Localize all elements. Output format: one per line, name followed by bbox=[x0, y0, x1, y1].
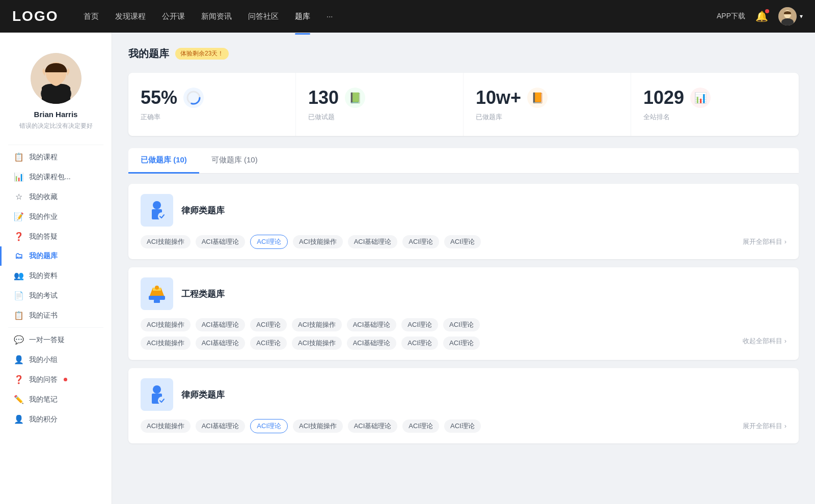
tag-l2-t7[interactable]: ACI理论 bbox=[444, 419, 481, 433]
tag-l1-t4[interactable]: ACI技能操作 bbox=[293, 235, 343, 248]
sidebar-item-group-label: 我的小组 bbox=[29, 355, 58, 365]
exam-icon: 📄 bbox=[14, 291, 24, 300]
sidebar-item-course-package[interactable]: 📊 我的课程包... bbox=[0, 167, 112, 187]
tag-e1-t6[interactable]: ACI理论 bbox=[401, 318, 438, 331]
tag-e1-t2[interactable]: ACI基础理论 bbox=[196, 318, 246, 331]
expand-link-lawyer-2[interactable]: 展开全部科目 › bbox=[743, 422, 786, 431]
tag-l1-t7[interactable]: ACI理论 bbox=[444, 235, 481, 248]
sidebar-item-one-on-one[interactable]: 💬 一对一答疑 bbox=[0, 330, 112, 350]
stat-banks-top: 10w+ 📙 bbox=[476, 87, 618, 108]
tag-e2-t4[interactable]: ACI技能操作 bbox=[292, 337, 342, 350]
tag-l1-t2[interactable]: ACI基础理论 bbox=[196, 235, 246, 248]
stat-ranking-label: 全站排名 bbox=[643, 113, 786, 122]
tag-l2-t5[interactable]: ACI基础理论 bbox=[348, 419, 398, 433]
tag-e2-t3[interactable]: ACI理论 bbox=[250, 337, 287, 350]
tab-available[interactable]: 可做题库 (10) bbox=[199, 148, 270, 174]
sidebar-item-group[interactable]: 👤 我的小组 bbox=[0, 350, 112, 370]
nav-home[interactable]: 首页 bbox=[84, 10, 99, 23]
sidebar-item-homework[interactable]: 📝 我的作业 bbox=[0, 207, 112, 227]
svg-point-17 bbox=[158, 397, 166, 405]
sidebar-item-cert[interactable]: 📋 我的证书 bbox=[0, 305, 112, 325]
tab-done[interactable]: 已做题库 (10) bbox=[128, 148, 199, 174]
sidebar-item-question[interactable]: ❓ 我的答疑 bbox=[0, 227, 112, 246]
profile-icon: 👥 bbox=[14, 271, 24, 281]
sidebar-avatar bbox=[31, 53, 82, 104]
bank-tags-lawyer-2: ACI技能操作 ACI基础理论 ACI理论 ACI技能操作 ACI基础理论 AC… bbox=[141, 419, 786, 433]
tag-l2-t3[interactable]: ACI理论 bbox=[250, 419, 288, 433]
sidebar-item-profile[interactable]: 👥 我的资料 bbox=[0, 266, 112, 286]
tag-l2-t4[interactable]: ACI技能操作 bbox=[293, 419, 343, 433]
sidebar-item-my-qa[interactable]: ❓ 我的问答 bbox=[0, 370, 112, 389]
sidebar-item-course-package-label: 我的课程包... bbox=[29, 173, 71, 182]
nav-more[interactable]: ··· bbox=[327, 10, 333, 23]
tag-l1-t5[interactable]: ACI基础理论 bbox=[348, 235, 398, 248]
tag-e1-t4[interactable]: ACI技能操作 bbox=[292, 318, 342, 331]
stat-questions-top: 130 📗 bbox=[308, 87, 451, 108]
svg-point-8 bbox=[153, 201, 161, 209]
tag-e1-t1[interactable]: ACI技能操作 bbox=[141, 318, 191, 331]
sidebar-profile: Brian Harris 错误的决定比没有决定要好 bbox=[0, 43, 112, 143]
tag-e2-t1[interactable]: ACI技能操作 bbox=[141, 337, 191, 350]
stat-accuracy: 55% 正确率 bbox=[128, 73, 296, 136]
sidebar-divider-1 bbox=[8, 145, 103, 145]
stat-questions: 130 📗 已做试题 bbox=[296, 73, 464, 136]
sidebar-item-my-course-label: 我的课程 bbox=[29, 153, 58, 162]
notification-bell[interactable]: 🔔 bbox=[755, 10, 768, 22]
nav-news[interactable]: 新闻资讯 bbox=[201, 10, 232, 23]
collapse-link-engineer[interactable]: 收起全部科目 › bbox=[743, 337, 786, 350]
sidebar-item-exam[interactable]: 📄 我的考试 bbox=[0, 286, 112, 305]
stat-ranking: 1029 📊 全站排名 bbox=[631, 73, 799, 136]
tag-e1-t5[interactable]: ACI基础理论 bbox=[347, 318, 397, 331]
page-header: 我的题库 体验剩余23天！ bbox=[128, 47, 799, 61]
sidebar-item-my-qa-label: 我的问答 bbox=[29, 375, 58, 384]
sidebar-item-points-label: 我的积分 bbox=[29, 415, 58, 424]
sidebar-item-points[interactable]: 👤 我的积分 bbox=[0, 409, 112, 429]
sidebar: Brian Harris 错误的决定比没有决定要好 📋 我的课程 📊 我的课程包… bbox=[0, 33, 112, 504]
sidebar-item-notes-label: 我的笔记 bbox=[29, 395, 58, 404]
ranking-icon: 📊 bbox=[690, 88, 711, 108]
svg-point-10 bbox=[158, 212, 166, 220]
sidebar-item-question-bank[interactable]: 🗂 我的题库 bbox=[0, 246, 112, 266]
bank-name-lawyer-2: 律师类题库 bbox=[181, 389, 225, 401]
tag-e2-t6[interactable]: ACI理论 bbox=[401, 337, 438, 350]
logo: LOGO bbox=[12, 8, 63, 24]
sidebar-item-favorites[interactable]: ☆ 我的收藏 bbox=[0, 187, 112, 207]
tag-e2-t2[interactable]: ACI基础理论 bbox=[196, 337, 246, 350]
bank-tags-engineer-row2: ACI技能操作 ACI基础理论 ACI理论 ACI技能操作 ACI基础理论 AC… bbox=[141, 337, 786, 350]
bank-tags-lawyer-1: ACI技能操作 ACI基础理论 ACI理论 ACI技能操作 ACI基础理论 AC… bbox=[141, 235, 786, 249]
bank-card-lawyer-2-header: 律师类题库 bbox=[141, 378, 786, 411]
nav-discover[interactable]: 发现课程 bbox=[115, 10, 146, 23]
sidebar-item-my-course[interactable]: 📋 我的课程 bbox=[0, 147, 112, 167]
nav-open-course[interactable]: 公开课 bbox=[162, 10, 185, 23]
bank-card-engineer-header: 工程类题库 bbox=[141, 277, 786, 310]
user-avatar-button[interactable]: ▾ bbox=[778, 7, 803, 25]
sidebar-divider-2 bbox=[8, 327, 103, 328]
sidebar-motto: 错误的决定比没有决定要好 bbox=[8, 122, 103, 130]
avatar bbox=[778, 7, 797, 25]
tag-l1-t6[interactable]: ACI理论 bbox=[402, 235, 439, 248]
tag-e1-t7[interactable]: ACI理论 bbox=[443, 318, 480, 331]
tag-l2-t1[interactable]: ACI技能操作 bbox=[141, 419, 191, 433]
top-nav: LOGO 首页 发现课程 公开课 新闻资讯 问答社区 题库 ··· APP下载 … bbox=[0, 0, 815, 33]
tag-l2-t6[interactable]: ACI理论 bbox=[402, 419, 439, 433]
tag-l2-t2[interactable]: ACI基础理论 bbox=[196, 419, 246, 433]
nav-right: APP下载 🔔 ▾ bbox=[717, 7, 803, 25]
nav-question-bank[interactable]: 题库 bbox=[295, 10, 310, 23]
nav-qa[interactable]: 问答社区 bbox=[248, 10, 279, 23]
banks-icon: 📙 bbox=[527, 88, 548, 108]
course-package-icon: 📊 bbox=[14, 172, 24, 182]
sidebar-item-favorites-label: 我的收藏 bbox=[29, 192, 58, 202]
bank-icon: 🗂 bbox=[14, 251, 24, 261]
page-layout: Brian Harris 错误的决定比没有决定要好 📋 我的课程 📊 我的课程包… bbox=[0, 33, 815, 504]
tag-l1-t1[interactable]: ACI技能操作 bbox=[141, 235, 191, 248]
question-icon: ❓ bbox=[14, 232, 24, 241]
course-icon: 📋 bbox=[14, 152, 24, 162]
app-download-link[interactable]: APP下载 bbox=[717, 12, 745, 21]
tag-e2-t5[interactable]: ACI基础理论 bbox=[347, 337, 397, 350]
expand-link-lawyer-1[interactable]: 展开全部科目 › bbox=[743, 237, 786, 246]
tag-e2-t7[interactable]: ACI理论 bbox=[443, 337, 480, 350]
bank-card-engineer: 工程类题库 ACI技能操作 ACI基础理论 ACI理论 ACI技能操作 ACI基… bbox=[128, 267, 799, 360]
tag-l1-t3[interactable]: ACI理论 bbox=[250, 235, 288, 249]
sidebar-item-notes[interactable]: ✏️ 我的笔记 bbox=[0, 389, 112, 409]
tag-e1-t3[interactable]: ACI理论 bbox=[250, 318, 287, 331]
